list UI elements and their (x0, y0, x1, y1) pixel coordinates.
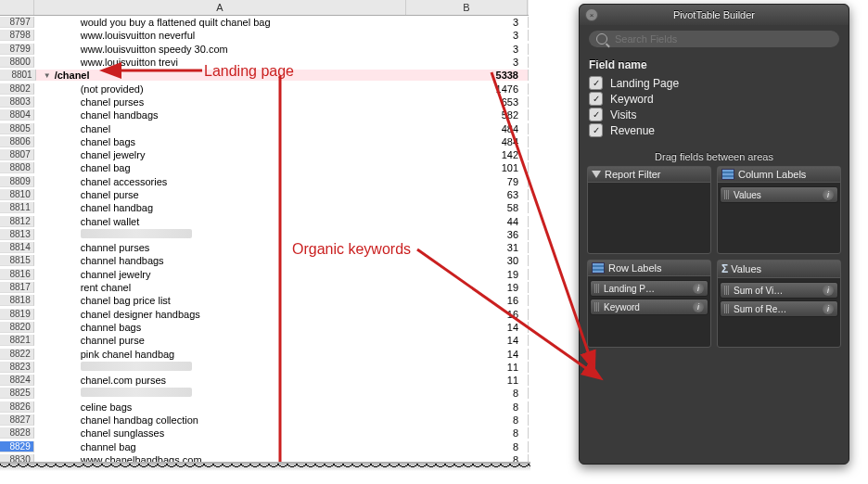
cell-keyword[interactable]: www.louisvuitton speedy 30.com (34, 44, 417, 55)
row-number[interactable]: 8819 (0, 309, 34, 320)
cell-value[interactable]: 3 (417, 30, 529, 41)
cell-value[interactable]: 36 (417, 229, 529, 240)
table-row[interactable]: 8818chanel bag price list16 (0, 294, 529, 307)
table-row[interactable]: 8812chanel wallet44 (0, 214, 529, 227)
cell-keyword[interactable] (34, 229, 417, 240)
table-row[interactable]: 882311 (0, 361, 529, 374)
row-number[interactable]: 8814 (0, 242, 34, 253)
cell-keyword[interactable]: chanel designer handbags (34, 309, 417, 320)
field-item[interactable]: ✓Visits (589, 107, 839, 122)
row-number[interactable]: 8797 (0, 17, 34, 28)
field-item[interactable]: ✓Revenue (589, 122, 839, 138)
cell-value[interactable]: 16 (417, 295, 529, 306)
cell-keyword[interactable]: channel purse (34, 335, 417, 346)
row-number[interactable]: 8811 (0, 202, 34, 213)
table-row[interactable]: 8805chanel484 (0, 121, 529, 134)
cell-value[interactable]: 14 (417, 349, 529, 360)
table-row[interactable]: 8822pink chanel handbag14 (0, 347, 529, 360)
table-row[interactable]: 8799www.louisvuitton speedy 30.com3 (0, 43, 529, 56)
cell-value[interactable]: 14 (417, 322, 529, 333)
row-number[interactable]: 8826 (0, 401, 34, 413)
row-number[interactable]: 8804 (0, 109, 34, 121)
cell-keyword[interactable]: channel bags (34, 322, 417, 333)
cell-value[interactable]: 5338 (412, 70, 529, 81)
row-number[interactable]: 8824 (0, 375, 34, 386)
cell-value[interactable]: 63 (417, 189, 529, 200)
area-pill[interactable]: Landing P…i (590, 280, 708, 297)
table-row[interactable]: 8819chanel designer handbags16 (0, 308, 529, 321)
search-input[interactable] (613, 32, 745, 45)
cell-value[interactable]: 8 (417, 388, 529, 399)
row-number[interactable]: 8821 (0, 335, 34, 346)
cell-keyword[interactable]: pink chanel handbag (34, 349, 417, 360)
table-row[interactable]: 8821channel purse14 (0, 334, 529, 347)
area-pill[interactable]: Keywordi (590, 299, 708, 315)
cell-keyword[interactable]: www.louisvuitton neverful (34, 30, 417, 41)
area-pill[interactable]: Valuesi (720, 186, 838, 203)
cell-value[interactable]: 484 (417, 123, 529, 134)
row-number[interactable]: 8800 (0, 57, 34, 68)
row-number[interactable]: 8815 (0, 255, 34, 266)
table-row[interactable]: 8811chanel handbag58 (0, 201, 529, 214)
col-header-a[interactable]: A (34, 0, 406, 15)
info-icon[interactable]: i (823, 303, 834, 314)
cell-value[interactable]: 3 (417, 17, 529, 28)
table-row[interactable]: 8810chanel purse63 (0, 188, 529, 201)
table-row[interactable]: 8828chanel sunglasses8 (0, 427, 529, 439)
checkbox-icon[interactable]: ✓ (589, 123, 603, 137)
checkbox-icon[interactable]: ✓ (589, 108, 603, 121)
cell-value[interactable]: 8 (417, 401, 529, 413)
table-row[interactable]: 8806chanel bags484 (0, 135, 529, 148)
cell-value[interactable]: 8 (417, 414, 529, 426)
area-pill[interactable]: Sum of Re…i (720, 300, 838, 317)
cell-value[interactable]: 19 (417, 269, 529, 280)
cell-keyword[interactable]: chanel accessories (34, 176, 417, 187)
cell-keyword[interactable]: channel jewelry (34, 269, 417, 280)
search-box[interactable] (589, 31, 839, 47)
table-row[interactable]: 8814channel purses31 (0, 241, 529, 254)
cell-keyword[interactable]: chanel wallet (34, 216, 417, 227)
cell-keyword[interactable]: chanel sunglasses (34, 427, 417, 439)
area-report-filter[interactable]: Report Filter (587, 166, 711, 254)
cell-keyword[interactable]: chanel jewelry (34, 149, 417, 160)
cell-value[interactable]: 8 (417, 427, 529, 439)
table-row[interactable]: 881336 (0, 228, 529, 241)
col-header-b[interactable]: B (406, 0, 528, 15)
panel-header[interactable]: × PivotTable Builder (580, 5, 849, 25)
info-icon[interactable]: i (823, 285, 834, 296)
field-item[interactable]: ✓Keyword (589, 91, 839, 107)
row-number[interactable]: 8816 (0, 269, 34, 280)
cell-keyword[interactable]: rent chanel (34, 282, 417, 293)
cell-value[interactable]: 1476 (417, 83, 529, 95)
cell-value[interactable]: 44 (417, 216, 529, 227)
cell-value[interactable]: 19 (417, 282, 529, 293)
row-number[interactable]: 8808 (0, 162, 34, 173)
cell-keyword[interactable]: chanel bag (34, 162, 417, 173)
table-row[interactable]: 8808chanel bag101 (0, 161, 529, 174)
table-row[interactable]: 8827chanel handbag collection8 (0, 414, 529, 427)
cell-value[interactable]: 653 (417, 96, 529, 108)
cell-value[interactable]: 14 (417, 335, 529, 346)
table-row[interactable]: 8815channel handbags30 (0, 254, 529, 267)
cell-keyword[interactable]: would you buy a flattened quilt chanel b… (34, 17, 417, 28)
row-number[interactable]: 8801 (0, 70, 36, 81)
cell-keyword[interactable]: chanel purse (34, 189, 417, 200)
row-number[interactable]: 8818 (0, 295, 34, 306)
cell-keyword[interactable]: chanel handbags (34, 109, 417, 121)
checkbox-icon[interactable]: ✓ (589, 92, 603, 106)
row-number[interactable]: 8825 (0, 388, 34, 399)
cell-value[interactable]: 8 (417, 441, 529, 452)
table-row[interactable]: 8817rent chanel19 (0, 281, 529, 294)
cell-keyword[interactable]: chanel handbag (34, 202, 417, 213)
row-number[interactable]: 8798 (0, 30, 34, 41)
table-row[interactable]: 8824chanel.com purses11 (0, 374, 529, 387)
cell-value[interactable]: 3 (417, 57, 529, 68)
cell-value[interactable]: 30 (417, 255, 529, 266)
row-number[interactable]: 8822 (0, 349, 34, 360)
table-row[interactable]: 88258 (0, 387, 529, 400)
row-number[interactable]: 8812 (0, 216, 34, 227)
cell-keyword[interactable] (34, 362, 417, 373)
table-row[interactable]: 8804chanel handbags582 (0, 108, 529, 121)
table-row[interactable]: 8816channel jewelry19 (0, 268, 529, 281)
area-pill[interactable]: Sum of Vi…i (720, 282, 838, 299)
